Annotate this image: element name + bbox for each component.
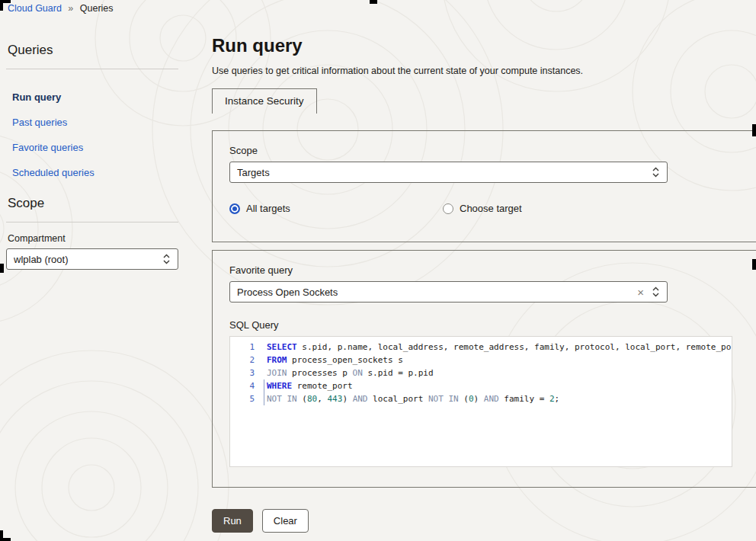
tab-instance-security[interactable]: Instance Security <box>212 88 317 114</box>
code-text: FROM process_open_sockets s <box>264 354 403 367</box>
clear-button[interactable]: Clear <box>262 509 309 533</box>
radio-label: Choose target <box>460 203 522 214</box>
crop-handle <box>0 530 3 541</box>
chevron-updown-icon <box>652 286 660 298</box>
favorite-query-label: Favorite query <box>229 264 749 276</box>
radio-all-targets[interactable]: All targets <box>229 203 443 214</box>
tab-label: Instance Security <box>225 95 304 107</box>
line-number: 5 <box>230 392 264 405</box>
code-line-2: 2FROM process_open_sockets s <box>230 354 732 367</box>
compartment-select-value: wlplab (root) <box>14 254 156 265</box>
scope-label: Scope <box>229 145 749 156</box>
sidebar: Queries Run queryPast queriesFavorite qu… <box>6 43 178 270</box>
code-line-4: 4WHERE remote_port <box>230 379 732 392</box>
page-title: Run query <box>212 35 756 56</box>
sidebar-scope-heading: Scope <box>6 196 178 222</box>
breadcrumb: Cloud Guard » Queries <box>8 3 114 14</box>
line-number: 2 <box>230 354 264 367</box>
query-panel: Favorite query Process Open Sockets × SQ… <box>212 250 756 488</box>
crop-handle <box>0 264 4 273</box>
crop-handle <box>752 259 756 270</box>
page-description: Use queries to get critical information … <box>212 66 756 76</box>
scope-select-value: Targets <box>237 167 645 178</box>
compartment-label: Compartment <box>8 233 178 244</box>
code-text: JOIN processes p ON s.pid = p.pid <box>264 367 434 379</box>
code-line-1: 1SELECT s.pid, p.name, local_address, re… <box>230 341 732 354</box>
breadcrumb-queries: Queries <box>80 3 114 14</box>
sidebar-queries-heading: Queries <box>6 43 178 69</box>
crop-handle <box>370 0 377 4</box>
code-text: WHERE remote_port <box>264 379 353 392</box>
scope-select[interactable]: Targets <box>229 162 668 183</box>
sql-editor[interactable]: 1SELECT s.pid, p.name, local_address, re… <box>229 336 732 467</box>
run-button[interactable]: Run <box>212 509 253 533</box>
code-text: SELECT s.pid, p.name, local_address, rem… <box>264 341 732 354</box>
breadcrumb-separator: » <box>68 3 73 14</box>
target-radio-group: All targetsChoose target <box>229 203 749 214</box>
line-number: 3 <box>230 367 264 379</box>
sidebar-item-scheduled-queries[interactable]: Scheduled queries <box>12 168 178 178</box>
code-line-5: 5NOT IN (80, 443) AND local_port NOT IN … <box>230 392 732 405</box>
sidebar-item-past-queries[interactable]: Past queries <box>12 117 178 127</box>
sidebar-item-run-query[interactable]: Run query <box>12 92 178 102</box>
clear-selection-icon[interactable]: × <box>636 287 645 298</box>
code-line-3: 3JOIN processes p ON s.pid = p.pid <box>230 367 732 379</box>
scope-panel: Scope Targets All targetsChoose target <box>212 130 756 242</box>
crop-handle <box>752 124 756 136</box>
radio-selected-icon <box>229 203 240 214</box>
favorite-query-select-value: Process Open Sockets <box>237 287 629 298</box>
breadcrumb-cloud-guard[interactable]: Cloud Guard <box>8 3 62 14</box>
favorite-query-select[interactable]: Process Open Sockets × <box>229 281 668 303</box>
sql-code-lines: 1SELECT s.pid, p.name, local_address, re… <box>230 341 732 405</box>
line-number: 4 <box>230 379 264 392</box>
chevron-updown-icon <box>162 253 171 265</box>
line-number: 1 <box>230 341 264 354</box>
radio-label: All targets <box>246 203 290 214</box>
radio-unselected-icon <box>443 203 453 214</box>
chevron-updown-icon <box>652 166 660 178</box>
compartment-select[interactable]: wlplab (root) <box>6 248 178 270</box>
action-buttons: Run Clear <box>212 509 756 533</box>
main-content: Run query Use queries to get critical in… <box>212 35 756 533</box>
crop-handle <box>0 0 3 11</box>
sidebar-nav: Run queryPast queriesFavorite queriesSch… <box>6 69 178 178</box>
code-text: NOT IN (80, 443) AND local_port NOT IN (… <box>264 392 559 405</box>
radio-choose-target[interactable]: Choose target <box>443 203 656 214</box>
sql-query-label: SQL Query <box>229 319 749 331</box>
sidebar-item-favorite-queries[interactable]: Favorite queries <box>12 142 178 152</box>
